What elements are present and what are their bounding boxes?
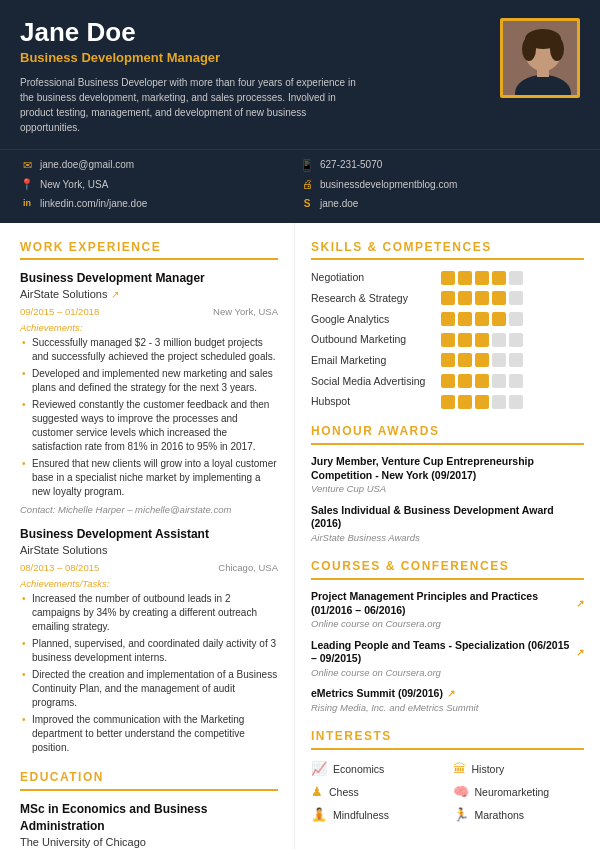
job-2-achievements-label: Achievements/Tasks: — [20, 577, 278, 590]
contact-website: 🖨 businessdevelopmentblog.com — [300, 177, 580, 192]
award-1-title: Jury Member, Venture Cup Entrepreneurshi… — [311, 455, 584, 482]
skill-dots — [441, 333, 523, 347]
dot — [441, 395, 455, 409]
dot — [458, 374, 472, 388]
chess-icon: ♟ — [311, 783, 323, 801]
dot — [475, 333, 489, 347]
skill-social-media: Social Media Advertising — [311, 374, 584, 389]
skill-dots — [441, 374, 523, 388]
dot — [509, 333, 523, 347]
email-icon: ✉ — [20, 158, 34, 173]
interest-chess: ♟ Chess — [311, 783, 443, 801]
job-2-meta: 08/2013 – 08/2015 Chicago, USA — [20, 561, 278, 574]
dot — [441, 353, 455, 367]
skill-hubspot: Hubspot — [311, 394, 584, 409]
linkedin-icon: in — [20, 197, 34, 210]
job-1-title: Business Development Manager — [20, 270, 278, 287]
dot — [458, 395, 472, 409]
job-2-company: AirState Solutions — [20, 543, 278, 558]
award-2-title: Sales Individual & Business Development … — [311, 504, 584, 531]
dot — [492, 353, 506, 367]
dot — [458, 312, 472, 326]
interests-title: INTERESTS — [311, 728, 584, 750]
skill-dots — [441, 312, 523, 326]
main-body: WORK EXPERIENCE Business Development Man… — [0, 223, 600, 849]
marathons-icon: 🏃 — [453, 806, 469, 824]
dot — [492, 395, 506, 409]
dot — [492, 374, 506, 388]
dot — [492, 333, 506, 347]
dot — [509, 312, 523, 326]
course-1-link-icon: ↗ — [576, 597, 584, 610]
skill-dots — [441, 353, 523, 367]
course-3-org: Rising Media, Inc. and eMetrics Summit — [311, 701, 584, 714]
job-1-achievements-label: Achievements: — [20, 321, 278, 334]
dot — [492, 312, 506, 326]
dot — [441, 312, 455, 326]
dot — [441, 374, 455, 388]
contact-email: ✉ jane.doe@gmail.com — [20, 158, 300, 173]
job-1-meta: 09/2015 – 01/2018 New York, USA — [20, 305, 278, 318]
award-1-org: Venture Cup USA — [311, 482, 584, 495]
dot — [458, 271, 472, 285]
edu-degree: MSc in Economics and Business Administra… — [20, 801, 278, 835]
bullet-item: Planned, supervised, and coordinated dai… — [20, 637, 278, 665]
education-title: EDUCATION — [20, 769, 278, 791]
skill-negotiation: Negotiation — [311, 270, 584, 285]
dot — [475, 395, 489, 409]
course-3-link-icon: ↗ — [447, 687, 455, 700]
skype-icon: S — [300, 197, 314, 211]
dot — [441, 271, 455, 285]
dot — [458, 333, 472, 347]
contact-col-left: ✉ jane.doe@gmail.com 📍 New York, USA in … — [20, 158, 300, 211]
dot — [458, 291, 472, 305]
award-2-org: AirState Business Awards — [311, 531, 584, 544]
mindfulness-icon: 🧘 — [311, 806, 327, 824]
contact-location: 📍 New York, USA — [20, 177, 300, 192]
skill-dots — [441, 291, 523, 305]
bullet-item: Increased the number of outbound leads i… — [20, 592, 278, 634]
interests-grid: 📈 Economics 🏛 History ♟ Chess 🧠 Neuromar… — [311, 760, 584, 825]
contact-row: ✉ jane.doe@gmail.com 📍 New York, USA in … — [0, 149, 600, 223]
dot — [475, 374, 489, 388]
dot — [475, 291, 489, 305]
award-2: Sales Individual & Business Development … — [311, 504, 584, 545]
skill-email: Email Marketing — [311, 353, 584, 368]
honours-title: HONOUR AWARDS — [311, 423, 584, 445]
svg-point-4 — [522, 37, 536, 61]
job-1-bullets: Successfully managed $2 - 3 million budg… — [20, 336, 278, 499]
skill-research: Research & Strategy — [311, 291, 584, 306]
interest-mindfulness: 🧘 Mindfulness — [311, 806, 443, 824]
bullet-item: Successfully managed $2 - 3 million budg… — [20, 336, 278, 364]
website-icon: 🖨 — [300, 177, 314, 192]
dot — [492, 271, 506, 285]
dot — [509, 395, 523, 409]
job-1-company: AirState Solutions ↗ — [20, 287, 278, 302]
award-1: Jury Member, Venture Cup Entrepreneurshi… — [311, 455, 584, 496]
job-2-title: Business Development Assistant — [20, 526, 278, 543]
dot — [475, 353, 489, 367]
dot — [458, 353, 472, 367]
interest-economics: 📈 Economics — [311, 760, 443, 778]
dot — [509, 353, 523, 367]
photo-placeholder — [503, 21, 577, 95]
contact-phone: 📱 627-231-5070 — [300, 158, 580, 173]
dot — [492, 291, 506, 305]
job-2-bullets: Increased the number of outbound leads i… — [20, 592, 278, 755]
contact-skype: S jane.doe — [300, 197, 580, 211]
skill-google-analytics: Google Analytics — [311, 312, 584, 327]
col-right: SKILLS & COMPETENCES Negotiation Researc… — [295, 223, 600, 849]
skill-outbound: Outbound Marketing — [311, 332, 584, 347]
course-1: Project Management Principles and Practi… — [311, 590, 584, 631]
job-1-link-icon: ↗ — [111, 288, 119, 302]
bullet-item: Improved the communication with the Mark… — [20, 713, 278, 755]
interest-marathons: 🏃 Marathons — [453, 806, 585, 824]
svg-rect-6 — [537, 67, 549, 77]
course-2-title: Leading People and Teams - Specializatio… — [311, 639, 584, 666]
skill-dots — [441, 271, 523, 285]
dot — [509, 271, 523, 285]
svg-point-5 — [550, 37, 564, 61]
contact-linkedin: in linkedin.com/in/jane.doe — [20, 197, 300, 211]
header: Jane Doe Business Development Manager Pr… — [0, 0, 600, 149]
course-1-org: Online course on Coursera.org — [311, 617, 584, 630]
